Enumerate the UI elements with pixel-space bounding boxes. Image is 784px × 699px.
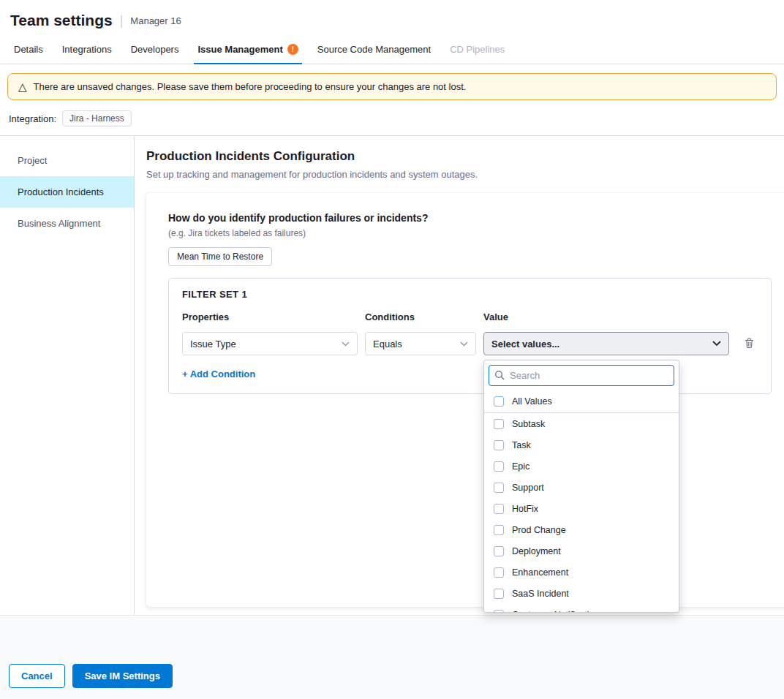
- filter-set-title: FILTER SET 1: [182, 289, 758, 300]
- main-panel: Production Incidents Configuration Set u…: [135, 136, 784, 615]
- integration-row: Integration: Jira - Harness: [0, 106, 784, 136]
- checkbox[interactable]: [494, 504, 504, 514]
- chevron-down-icon: [712, 341, 721, 347]
- delete-filter-row-button[interactable]: [741, 334, 758, 354]
- checkbox[interactable]: [494, 419, 504, 429]
- checkbox[interactable]: [494, 589, 504, 599]
- value-multiselect[interactable]: Select values...: [483, 332, 729, 355]
- save-im-settings-button[interactable]: Save IM Settings: [72, 664, 173, 688]
- value-options-dropdown: All Values Subtask Task: [483, 360, 679, 613]
- option-label: All Values: [512, 396, 552, 407]
- settings-sidebar: Project Production Incidents Business Al…: [0, 136, 135, 615]
- section-subtitle: Set up tracking and management for produ…: [146, 169, 784, 180]
- sidebar-item-production-incidents[interactable]: Production Incidents: [0, 176, 134, 208]
- incidents-config-card: How do you identify production failures …: [146, 193, 784, 607]
- dropdown-search-input[interactable]: [489, 365, 674, 386]
- cancel-button[interactable]: Cancel: [9, 664, 65, 688]
- option-saas-incident[interactable]: SaaS Incident: [484, 583, 679, 604]
- option-label: SaaS Incident: [512, 589, 569, 599]
- option-customer-notification[interactable]: Customer Notification: [484, 604, 679, 613]
- filter-set-box: FILTER SET 1 Properties Conditions Value…: [168, 278, 772, 394]
- property-select[interactable]: Issue Type: [182, 332, 358, 355]
- section-title: Production Incidents Configuration: [146, 149, 784, 164]
- sidebar-item-project[interactable]: Project: [0, 145, 134, 176]
- tab-label: Developers: [131, 44, 179, 55]
- option-deployment[interactable]: Deployment: [484, 540, 679, 562]
- option-label: Customer Notification: [512, 610, 600, 613]
- tab-label: CD Pipelines: [450, 44, 505, 55]
- checkbox[interactable]: [494, 610, 504, 613]
- option-label: Deployment: [512, 546, 561, 556]
- settings-tab-bar: Details Integrations Developers Issue Ma…: [0, 37, 784, 64]
- unsaved-changes-badge-icon: !: [287, 44, 298, 55]
- tab-label: Integrations: [62, 44, 112, 55]
- sidebar-item-business-alignment[interactable]: Business Alignment: [0, 208, 134, 239]
- tab-cd-pipelines: CD Pipelines: [440, 37, 514, 64]
- tab-developers[interactable]: Developers: [121, 37, 189, 64]
- config-hint: (e.g. Jira tickets labeled as failures): [168, 228, 772, 238]
- condition-select-value: Equals: [373, 339, 402, 350]
- tab-details[interactable]: Details: [4, 37, 53, 64]
- integration-chip[interactable]: Jira - Harness: [62, 110, 132, 126]
- sidebar-item-label: Production Incidents: [18, 186, 104, 197]
- checkbox[interactable]: [494, 483, 504, 493]
- metric-chip-mttr[interactable]: Mean Time to Restore: [168, 247, 272, 266]
- tab-label: Details: [14, 44, 43, 55]
- add-condition-link[interactable]: + Add Condition: [182, 369, 255, 379]
- integration-label: Integration:: [9, 113, 56, 124]
- checkbox[interactable]: [494, 396, 504, 407]
- checkbox[interactable]: [494, 525, 504, 535]
- option-label: Support: [512, 483, 544, 493]
- checkbox[interactable]: [494, 440, 504, 450]
- search-icon: [494, 370, 505, 380]
- trash-icon: [744, 337, 755, 351]
- property-select-value: Issue Type: [190, 339, 236, 350]
- page-header: Team settings | Manager 16: [0, 0, 784, 37]
- checkbox[interactable]: [494, 546, 504, 556]
- option-label: Prod Change: [512, 525, 566, 535]
- checkbox[interactable]: [494, 461, 504, 472]
- content-area: Project Production Incidents Business Al…: [0, 136, 784, 615]
- tab-label: Source Code Management: [317, 44, 431, 55]
- option-prod-change[interactable]: Prod Change: [484, 519, 679, 540]
- option-label: Epic: [512, 461, 529, 472]
- option-task[interactable]: Task: [484, 434, 679, 456]
- option-hotfix[interactable]: HotFix: [484, 498, 679, 519]
- option-label: Subtask: [512, 419, 545, 429]
- option-enhancement[interactable]: Enhancement: [484, 562, 679, 583]
- option-subtask[interactable]: Subtask: [484, 413, 679, 434]
- option-epic[interactable]: Epic: [484, 456, 679, 477]
- value-select-wrap: Select values...: [483, 332, 729, 355]
- filter-column-labels: Properties Conditions Value: [182, 311, 758, 322]
- unsaved-changes-banner: △️​ There are unsaved changes. Please sa…: [7, 73, 777, 100]
- dropdown-search-wrap: [489, 365, 674, 386]
- sidebar-item-label: Project: [18, 155, 47, 166]
- option-label: Task: [512, 440, 531, 450]
- condition-select[interactable]: Equals: [365, 332, 476, 355]
- tab-label: Issue Management: [197, 44, 282, 55]
- tab-integrations[interactable]: Integrations: [53, 37, 121, 64]
- tab-source-code-management[interactable]: Source Code Management: [308, 37, 440, 64]
- option-label: HotFix: [512, 504, 538, 514]
- column-label-conditions: Conditions: [365, 311, 476, 322]
- team-name: Manager 16: [130, 15, 181, 26]
- chevron-down-icon: [342, 341, 350, 347]
- footer-bar: Cancel Save IM Settings: [0, 615, 784, 699]
- value-select-placeholder: Select values...: [491, 339, 559, 350]
- page-title: Team settings: [10, 12, 113, 29]
- chevron-down-icon: [460, 341, 468, 347]
- filter-row: Issue Type Equals Select values..: [182, 332, 758, 355]
- column-label-value: Value: [483, 311, 729, 322]
- title-divider: |: [120, 13, 124, 29]
- config-question: How do you identify production failures …: [168, 212, 772, 224]
- sidebar-item-label: Business Alignment: [18, 218, 100, 229]
- warning-triangle-icon: △️​: [18, 81, 27, 92]
- column-label-properties: Properties: [182, 311, 358, 322]
- option-all-values[interactable]: All Values: [484, 390, 679, 413]
- tab-issue-management[interactable]: Issue Management !: [188, 37, 307, 64]
- option-label: Enhancement: [512, 567, 568, 578]
- warning-text: There are unsaved changes. Please save t…: [34, 81, 467, 92]
- checkbox[interactable]: [494, 567, 504, 578]
- option-support[interactable]: Support: [484, 477, 679, 498]
